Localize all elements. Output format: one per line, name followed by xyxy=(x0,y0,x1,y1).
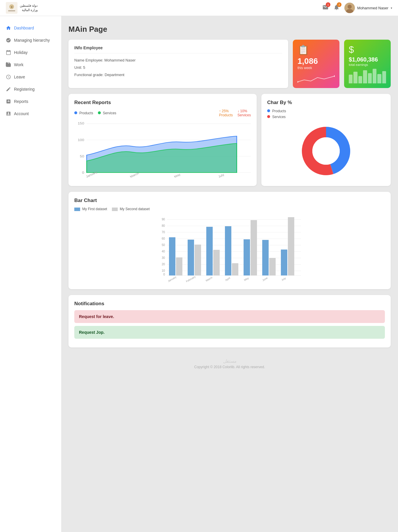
footer-copyright: Copyright © 2018 Colorlib. All rights re… xyxy=(74,365,385,369)
bell-button[interactable]: 3 xyxy=(333,4,340,12)
notifications-title: Notifications xyxy=(74,301,385,307)
bar-legend1: My First dataset xyxy=(74,207,107,211)
earnings-number: $1,060,386 xyxy=(349,56,386,63)
bar-jan-2 xyxy=(176,257,182,275)
sidebar-label-reports: Reports xyxy=(14,99,28,104)
svg-text:150: 150 xyxy=(78,122,84,125)
sidebar-item-reports[interactable]: Reports xyxy=(0,95,61,108)
notification-item-leave: Request for leave. xyxy=(74,310,385,323)
svg-text:July: July xyxy=(217,173,225,178)
mail-button[interactable]: 1 xyxy=(322,4,329,12)
sidebar-label-holiday: Holiday xyxy=(14,50,28,55)
bar-jun-2 xyxy=(269,258,276,275)
user-menu[interactable]: Mohammed Naser ▾ xyxy=(344,3,392,13)
donut-svg xyxy=(300,125,352,177)
employee-grade-line: Functional grade: Department xyxy=(74,73,282,77)
sidebar-item-work[interactable]: Work xyxy=(0,59,61,71)
top-cards-row: INfo Employee Name Employee: Mohammed Na… xyxy=(68,40,391,88)
dollar-icon: $ xyxy=(349,44,386,55)
svg-text:0: 0 xyxy=(82,171,84,175)
bar-may-1 xyxy=(244,239,250,275)
layout: Dashboard Managing hierarchy Holiday Wor… xyxy=(0,16,398,532)
bar-jun-1 xyxy=(262,240,269,275)
char-services-dot xyxy=(267,115,270,118)
user-name-label: Mohammed Naser xyxy=(357,6,388,10)
svg-text:January: January xyxy=(167,275,177,282)
bar-chart-card: Bar Chart My First dataset My Second dat… xyxy=(68,192,391,289)
sidebar: Dashboard Managing hierarchy Holiday Wor… xyxy=(0,16,61,532)
bell-badge: 3 xyxy=(337,2,341,7)
bar-apr-1 xyxy=(225,226,231,275)
bar-chart-legend: My First dataset My Second dataset xyxy=(74,207,385,211)
svg-text:90: 90 xyxy=(162,218,165,221)
svg-text:May: May xyxy=(244,277,249,282)
sparkline-chart xyxy=(297,72,335,83)
sidebar-item-holiday[interactable]: Holiday xyxy=(0,46,61,59)
bar-feb-2 xyxy=(195,245,201,275)
svg-point-5 xyxy=(348,5,352,9)
info-card-title: INfo Employee xyxy=(74,45,282,53)
bar-jan-1 xyxy=(169,237,175,275)
sidebar-label-dashboard: Dashboard xyxy=(14,26,34,30)
bar-mini-chart xyxy=(349,69,386,83)
reports-icon xyxy=(6,99,11,104)
avatar-image xyxy=(344,3,355,13)
notifications-card: Notifications Request for leave. Request… xyxy=(68,295,391,347)
bar-jul-2 xyxy=(288,217,294,275)
sidebar-label-leave: Leave xyxy=(14,75,25,79)
sidebar-item-dashboard[interactable]: Dashboard xyxy=(0,22,61,34)
svg-point-9 xyxy=(334,75,335,77)
svg-rect-2 xyxy=(8,10,15,11)
bar-mar-1 xyxy=(206,227,213,275)
employee-name-line: Name Employee: Mohammed Naser xyxy=(74,58,282,62)
legend-products: Products xyxy=(74,111,93,115)
svg-text:✦: ✦ xyxy=(11,6,13,8)
footer: مستقل Copyright © 2018 Colorlib. All rig… xyxy=(68,353,391,374)
svg-text:80: 80 xyxy=(162,224,165,227)
svg-text:100: 100 xyxy=(78,138,84,142)
employee-unit-line: Unit: 5 xyxy=(74,65,282,70)
char-by-legend: Products Services xyxy=(267,109,385,119)
earnings-label: total earnings xyxy=(349,63,386,66)
legend-stats: ↑ 25% Products ↓ 10% Services xyxy=(219,109,251,117)
bar-chart-svg: 90 80 70 60 50 40 30 20 10 0 xyxy=(74,215,385,282)
stat-card-earnings: $ $1,060,386 total earnings xyxy=(344,40,391,88)
char-by-title: Char By % xyxy=(267,100,385,106)
svg-text:July: July xyxy=(281,277,286,282)
svg-text:0: 0 xyxy=(163,273,165,276)
recent-reports-legend: Products Services ↑ 25% Products ↓ 10% xyxy=(74,109,251,117)
svg-text:February: February xyxy=(185,275,196,282)
work-icon xyxy=(6,62,11,67)
page-title: MAin Page xyxy=(68,25,391,34)
recent-reports-card: Recent Reports Products Services ↑ 25% P… xyxy=(68,94,257,186)
avatar xyxy=(344,3,355,13)
area-chart: 150 100 50 0 January xyxy=(74,120,251,178)
services-dot xyxy=(98,111,101,114)
bar-mar-2 xyxy=(213,250,220,275)
svg-text:60: 60 xyxy=(162,237,165,240)
legend-services: Services xyxy=(98,111,116,115)
char-services-legend: Services xyxy=(267,115,286,119)
sidebar-label-account: Account xyxy=(14,111,29,116)
sidebar-label-registering: Registering xyxy=(14,87,35,92)
sidebar-item-leave[interactable]: Leave xyxy=(0,71,61,83)
info-employee-card: INfo Employee Name Employee: Mohammed Na… xyxy=(68,40,288,88)
week-number: 1,086 xyxy=(297,57,335,66)
sidebar-item-managing-hierarchy[interactable]: Managing hierarchy xyxy=(0,34,61,46)
sidebar-item-account[interactable]: Account xyxy=(0,108,61,120)
svg-text:40: 40 xyxy=(162,250,165,253)
svg-text:April: April xyxy=(225,277,231,282)
svg-text:20: 20 xyxy=(162,263,165,266)
topnav: ✦ دولة فلسطين وزارة المالية 1 3 xyxy=(0,0,398,16)
chevron-down-icon: ▾ xyxy=(391,6,392,10)
hierarchy-icon xyxy=(6,38,11,43)
logo-area: ✦ دولة فلسطين وزارة المالية xyxy=(6,2,38,14)
donut-chart xyxy=(267,122,385,180)
bar-legend2-color xyxy=(112,208,118,211)
sidebar-item-registering[interactable]: Registering xyxy=(0,83,61,95)
char-by-card: Char By % Products Services xyxy=(261,94,391,186)
svg-text:50: 50 xyxy=(162,243,165,247)
svg-text:10: 10 xyxy=(162,269,165,272)
sidebar-label-work: Work xyxy=(14,62,23,67)
products-dot xyxy=(74,111,77,114)
